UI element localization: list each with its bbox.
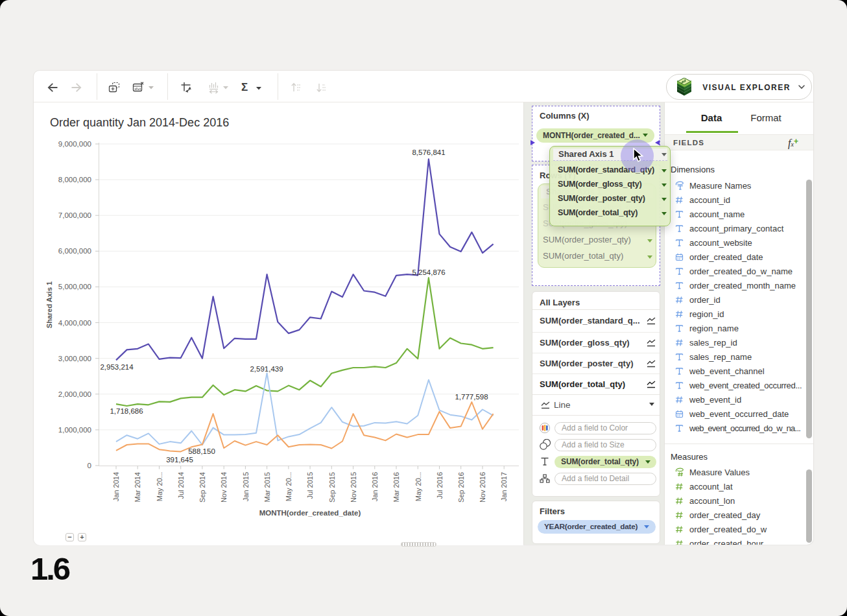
svg-text:8,576,841: 8,576,841 bbox=[412, 148, 445, 156]
svg-text:5,254,876: 5,254,876 bbox=[412, 268, 445, 276]
svg-text:Jan 2017: Jan 2017 bbox=[500, 472, 508, 501]
svg-text:391,645: 391,645 bbox=[166, 456, 193, 464]
svg-text:1,000,000: 1,000,000 bbox=[58, 426, 91, 434]
svg-text:7,000,000: 7,000,000 bbox=[58, 211, 91, 219]
svg-text:2,591,439: 2,591,439 bbox=[250, 365, 283, 373]
svg-text:0: 0 bbox=[88, 462, 91, 469]
svg-text:6,000,000: 6,000,000 bbox=[58, 247, 91, 255]
svg-text:Mar 2014: Mar 2014 bbox=[134, 472, 141, 502]
svg-text:Sep 2015: Sep 2015 bbox=[328, 472, 336, 503]
svg-text:Sep 2016: Sep 2016 bbox=[457, 472, 465, 503]
svg-text:Jul 2015: Jul 2015 bbox=[306, 472, 314, 499]
svg-text:Nov 2014: Nov 2014 bbox=[220, 472, 228, 503]
svg-text:Jan 2016: Jan 2016 bbox=[371, 472, 379, 501]
svg-text:Jan 2014: Jan 2014 bbox=[112, 472, 120, 501]
svg-text:Mar 2016: Mar 2016 bbox=[392, 472, 400, 502]
svg-text:5,000,000: 5,000,000 bbox=[58, 283, 91, 290]
svg-text:Jan 2015: Jan 2015 bbox=[242, 472, 250, 501]
svg-text:2,000,000: 2,000,000 bbox=[58, 390, 91, 398]
svg-text:8,000,000: 8,000,000 bbox=[58, 176, 91, 184]
svg-text:Nov 2015: Nov 2015 bbox=[350, 472, 357, 503]
svg-text:4,000,000: 4,000,000 bbox=[58, 319, 91, 327]
svg-text:1,777,598: 1,777,598 bbox=[455, 393, 488, 401]
svg-text:Mar 2015: Mar 2015 bbox=[263, 472, 271, 502]
svg-text:2,953,214: 2,953,214 bbox=[100, 363, 134, 371]
svg-text:Jul 2014: Jul 2014 bbox=[177, 472, 185, 499]
svg-text:MONTH(order_created_date): MONTH(order_created_date) bbox=[259, 509, 361, 517]
svg-text:1,718,686: 1,718,686 bbox=[110, 407, 143, 415]
svg-text:3,000,000: 3,000,000 bbox=[58, 355, 91, 362]
svg-text:May 20...: May 20... bbox=[285, 472, 292, 501]
svg-text:588,150: 588,150 bbox=[188, 447, 215, 455]
svg-text:Jul 2016: Jul 2016 bbox=[436, 472, 444, 499]
svg-text:May 20...: May 20... bbox=[414, 472, 422, 501]
svg-text:Shared Axis 1: Shared Axis 1 bbox=[45, 281, 53, 328]
svg-text:May 20...: May 20... bbox=[156, 472, 163, 501]
svg-text:9,000,000: 9,000,000 bbox=[58, 140, 91, 148]
svg-text:Sep 2014: Sep 2014 bbox=[198, 472, 206, 503]
svg-text:Nov 2016: Nov 2016 bbox=[479, 472, 486, 503]
